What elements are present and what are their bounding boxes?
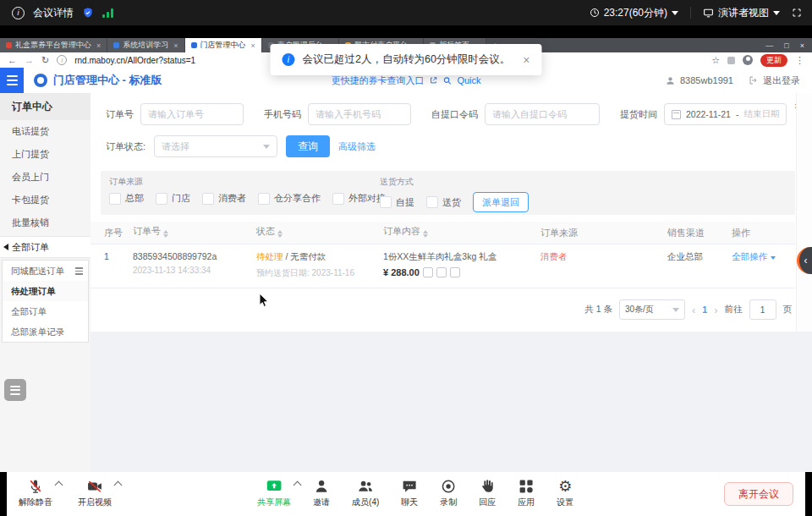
extensions-icon[interactable] bbox=[727, 57, 735, 64]
checkbox-icon[interactable] bbox=[380, 196, 392, 208]
tab-label: 系统培训学习 bbox=[123, 40, 168, 51]
chevron-left-icon: ‹ bbox=[804, 255, 808, 266]
list-icon[interactable] bbox=[75, 267, 83, 275]
window-minimize-icon[interactable]: — bbox=[765, 41, 773, 50]
logout-button[interactable]: 退出登录 bbox=[749, 74, 800, 87]
checkbox-hq[interactable]: 总部 bbox=[109, 192, 144, 205]
sidebar-item-phone-pickup[interactable]: 电话提货 bbox=[0, 120, 91, 143]
chat-button[interactable]: 聊天 bbox=[401, 478, 418, 508]
site-info-icon[interactable]: i bbox=[57, 55, 67, 65]
share-screen-button[interactable]: 共享屏幕 bbox=[257, 478, 291, 508]
leave-meeting-button[interactable]: 离开会议 bbox=[724, 482, 793, 506]
user-account[interactable]: 8385wb1991 bbox=[665, 75, 733, 86]
reactions-button[interactable]: 回应 bbox=[479, 478, 496, 508]
checkbox-icon[interactable] bbox=[156, 193, 167, 205]
checkbox-consumer[interactable]: 消费者 bbox=[202, 192, 246, 205]
pickup-code-input[interactable] bbox=[485, 103, 600, 125]
unmute-button[interactable]: 解除静音 bbox=[19, 478, 52, 508]
start-video-button[interactable]: 开启视频 bbox=[78, 478, 112, 508]
browser-update-button[interactable]: 更新 bbox=[760, 54, 787, 67]
sidebar-item-door-pickup[interactable]: 上门提货 bbox=[0, 143, 91, 166]
checkbox-store[interactable]: 门店 bbox=[156, 192, 190, 205]
members-button[interactable]: 成员(4) bbox=[352, 478, 379, 508]
browser-menu-icon[interactable]: ⋮ bbox=[795, 55, 804, 66]
note-mini-icon[interactable] bbox=[450, 267, 460, 277]
quick-label[interactable]: Quick bbox=[457, 75, 480, 85]
checkbox-icon[interactable] bbox=[426, 196, 438, 208]
quick-entry-link[interactable]: 更快捷的券卡查询入口 bbox=[331, 74, 424, 87]
checkbox-warehouse-coop[interactable]: 仓分享合作 bbox=[258, 192, 321, 205]
sidebar-item-hq-dispatch[interactable]: 总部派单记录 bbox=[3, 321, 88, 342]
record-button[interactable]: 录制 bbox=[440, 478, 457, 508]
window-maximize-icon[interactable]: □ bbox=[784, 41, 788, 50]
order-status-select[interactable]: 请选择 bbox=[154, 135, 277, 157]
advanced-filter-link[interactable]: 高级筛选 bbox=[338, 140, 376, 153]
col-order-no[interactable]: 订单号 bbox=[133, 225, 256, 240]
sidebar-item-pending-orders[interactable]: 待处理订单 bbox=[3, 281, 88, 301]
page-size-select[interactable]: 30条/页 bbox=[619, 299, 685, 320]
sidebar-item-city-delivery[interactable]: 同城配送订单 bbox=[3, 261, 88, 281]
share-screen-icon bbox=[266, 478, 283, 495]
forward-icon[interactable]: → bbox=[25, 55, 34, 65]
floating-menu-widget[interactable] bbox=[4, 379, 26, 401]
dispatch-return-button[interactable]: 派单退回 bbox=[473, 192, 529, 212]
sidebar-group-all-orders[interactable]: 全部订单 bbox=[0, 236, 91, 258]
prev-page-icon[interactable]: ‹ bbox=[692, 304, 695, 316]
checkbox-delivery[interactable]: 送货 bbox=[426, 196, 461, 209]
filter-row-2: 订单状态: 请选择 查询 高级筛选 bbox=[106, 135, 376, 157]
browser-profile-avatar[interactable] bbox=[743, 55, 753, 65]
settings-button[interactable]: ⚙ 设置 bbox=[557, 478, 573, 508]
menu-collapse-button[interactable] bbox=[0, 68, 24, 93]
col-content[interactable]: 订单内容 bbox=[383, 225, 540, 240]
checkbox-icon[interactable] bbox=[258, 193, 270, 205]
date-range-picker[interactable]: 2022-11-21 - 结束日期 bbox=[664, 103, 787, 125]
tab-close-icon[interactable]: × bbox=[251, 41, 255, 50]
chevron-up-icon[interactable] bbox=[114, 481, 123, 490]
url-text[interactable]: rnd.maboy.cn/AllOrder?status=1 bbox=[74, 56, 195, 65]
meeting-info-icon[interactable]: i bbox=[12, 7, 25, 19]
external-link-icon[interactable] bbox=[429, 76, 437, 85]
chevron-up-icon[interactable] bbox=[55, 481, 63, 490]
meeting-details-label[interactable]: 会议详情 bbox=[33, 6, 74, 20]
view-mode-selector[interactable]: 演讲者视图 bbox=[703, 6, 780, 20]
col-status[interactable]: 状态 bbox=[256, 225, 383, 240]
order-no-input[interactable] bbox=[140, 103, 244, 125]
current-page[interactable]: 1 bbox=[702, 305, 707, 315]
gift-mini-icon[interactable] bbox=[436, 267, 447, 277]
reload-icon[interactable]: ↻ bbox=[41, 55, 49, 66]
invite-button[interactable]: 邀请 bbox=[313, 478, 330, 508]
chevron-up-icon[interactable] bbox=[294, 481, 302, 490]
sort-icon bbox=[277, 228, 283, 240]
row-channel: 企业总部 bbox=[667, 251, 732, 263]
phone-mini-icon[interactable] bbox=[423, 267, 433, 277]
checkbox-self-pickup[interactable]: 自提 bbox=[380, 196, 414, 209]
meeting-timer[interactable]: 23:27(60分钟) bbox=[590, 6, 678, 20]
checkbox-external[interactable]: 外部对接 bbox=[332, 192, 386, 205]
next-page-icon[interactable]: › bbox=[714, 304, 717, 316]
tab-close-icon[interactable]: × bbox=[96, 41, 101, 50]
search-button[interactable]: 查询 bbox=[286, 135, 330, 157]
row-action[interactable]: 全部操作 bbox=[732, 251, 795, 263]
browser-tab-active[interactable]: 门店管理中心 × bbox=[185, 38, 262, 52]
phone-input[interactable] bbox=[308, 103, 411, 125]
toast-close-icon[interactable]: × bbox=[523, 53, 529, 67]
security-shield-icon[interactable] bbox=[82, 7, 94, 19]
goto-page-input[interactable] bbox=[749, 299, 776, 320]
sidebar-item-all-orders[interactable]: 全部订单 bbox=[3, 301, 88, 321]
bookmark-star-icon[interactable]: ☆ bbox=[711, 55, 720, 66]
logout-icon bbox=[749, 75, 759, 85]
fullscreen-icon[interactable] bbox=[792, 8, 802, 18]
back-icon[interactable]: ← bbox=[8, 55, 17, 65]
browser-tab[interactable]: 礼盒票券平台管理中心 × bbox=[0, 38, 107, 52]
apps-button[interactable]: 应用 bbox=[518, 478, 535, 508]
tab-close-icon[interactable]: × bbox=[173, 41, 178, 50]
sidebar-item-batch-verify[interactable]: 批量核销 bbox=[0, 211, 91, 234]
browser-tab[interactable]: 系统培训学习 × bbox=[107, 38, 184, 52]
camera-off-icon bbox=[86, 478, 103, 495]
sidebar-item-card-pickup[interactable]: 卡包提货 bbox=[0, 189, 91, 211]
checkbox-icon[interactable] bbox=[202, 193, 214, 205]
window-close-icon[interactable]: × bbox=[800, 41, 804, 50]
checkbox-icon[interactable] bbox=[109, 193, 121, 205]
checkbox-icon[interactable] bbox=[332, 193, 344, 205]
sidebar-item-member-visit[interactable]: 会员上门 bbox=[0, 166, 91, 189]
